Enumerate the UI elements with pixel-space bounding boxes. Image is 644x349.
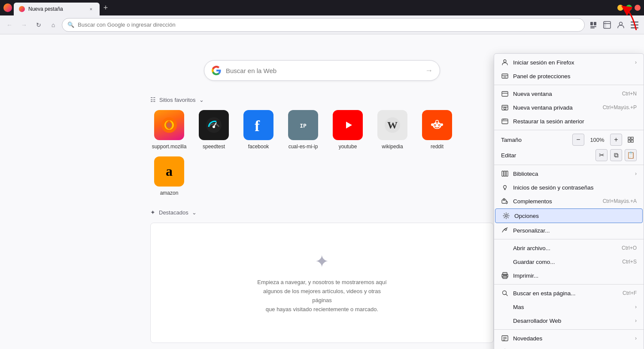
menu-divider-6: [494, 329, 644, 330]
menu-item-private-window[interactable]: Nueva ventana privada Ctrl+Mayús.+P: [494, 101, 644, 114]
menu-item-restore-session[interactable]: Restaurar la sesión anterior: [494, 114, 644, 128]
zoom-increase-button[interactable]: +: [610, 134, 622, 146]
zoom-value-display: 100%: [587, 137, 608, 143]
menu-item-protection[interactable]: Panel de protecciones: [494, 69, 644, 83]
browser-tab[interactable]: Nueva pestaña ×: [14, 3, 100, 15]
cut-button[interactable]: ✂: [595, 149, 608, 161]
menu-item-print[interactable]: Imprimir...: [494, 269, 644, 282]
menu-save-as-label: Guardar como...: [513, 259, 618, 265]
new-tab-button[interactable]: +: [100, 2, 112, 14]
destacados-arrow-icon: ⌄: [192, 209, 197, 216]
find-icon: [501, 289, 509, 297]
menu-print-label: Imprimir...: [513, 272, 637, 279]
menu-item-customize[interactable]: Personalizar...: [494, 223, 644, 237]
home-button[interactable]: ⌂: [47, 19, 59, 31]
page-search-box[interactable]: →: [204, 60, 440, 81]
edit-label: Editar: [501, 152, 595, 159]
menu-item-logins[interactable]: Inicios de sesión y contraseñas: [494, 181, 644, 194]
amazon-shortcut-icon: a: [160, 162, 179, 181]
destacados-empty-box: ✦ Empieza a navegar, y nosotros te mostr…: [150, 223, 494, 343]
svg-text:f: f: [255, 117, 260, 135]
private-window-icon: [501, 104, 509, 111]
svg-point-59: [505, 229, 507, 230]
svg-rect-3: [590, 28, 595, 28]
forward-button[interactable]: →: [18, 19, 30, 31]
address-search-icon: 🔍: [67, 21, 74, 28]
svg-point-34: [440, 123, 443, 126]
menu-more-label: Mas: [513, 304, 629, 310]
menu-item-more[interactable]: Mas ›: [494, 300, 644, 314]
account-button[interactable]: [615, 19, 627, 31]
tab-title: Nueva pestaña: [28, 6, 84, 12]
address-input[interactable]: [78, 21, 579, 28]
page-search-container: →: [204, 60, 440, 81]
addons-icon: [501, 197, 509, 205]
favorites-header[interactable]: ☷ Sitios favoritos ⌄: [150, 96, 494, 103]
facebook-shortcut-icon: f: [249, 116, 268, 135]
zoom-fullscreen-button[interactable]: [625, 134, 637, 146]
bookmarks-toolbar-button[interactable]: [587, 19, 599, 31]
destacados-empty-text: Empieza a navegar, y nosotros te mostrar…: [253, 278, 391, 314]
favorites-grid-icon: ☷: [150, 96, 156, 103]
menu-signin-label: Iniciar sesión en Firefox: [513, 59, 629, 66]
menu-divider-3: [494, 165, 644, 165]
shortcut-item-amazon[interactable]: a amazon: [150, 156, 188, 196]
menu-item-find[interactable]: Buscar en esta página... Ctrl+F: [494, 286, 644, 300]
menu-item-help[interactable]: ? Ayuda ›: [494, 345, 644, 349]
menu-item-open-file[interactable]: Abrir archivo... Ctrl+O: [494, 241, 644, 255]
restore-session-icon: [501, 117, 509, 125]
menu-divider-4: [494, 239, 644, 239]
svg-text:IP: IP: [300, 122, 307, 129]
shortcut-item-ip[interactable]: IP cual-es-mi-ip: [284, 110, 322, 150]
reddit-shortcut-icon: [428, 116, 447, 135]
shortcut-item-speedtest[interactable]: speedtest: [195, 110, 233, 150]
menu-customize-label: Personalizar...: [513, 227, 637, 234]
refresh-button[interactable]: ↻: [33, 19, 45, 31]
paste-button[interactable]: 📋: [625, 149, 637, 161]
tabs-sidebar-button[interactable]: [601, 19, 613, 31]
back-button[interactable]: ←: [3, 19, 15, 31]
shortcut-item-youtube[interactable]: youtube: [329, 110, 367, 150]
copy-button[interactable]: ⧉: [610, 149, 622, 161]
menu-item-addons[interactable]: Complementos Ctrl+Mayús.+A: [494, 194, 644, 208]
svg-text:W: W: [387, 119, 398, 131]
svg-point-31: [436, 121, 438, 123]
window-controls: [617, 5, 641, 11]
zoom-decrease-button[interactable]: −: [572, 134, 584, 146]
maximize-button[interactable]: [626, 5, 632, 11]
search-submit-icon[interactable]: →: [425, 66, 433, 75]
menu-item-save-as[interactable]: Guardar como... Ctrl+S: [494, 255, 644, 269]
svg-rect-2: [590, 26, 596, 27]
shortcut-item-reddit[interactable]: reddit: [418, 110, 456, 150]
shortcut-label-youtube: youtube: [339, 144, 357, 150]
hamburger-menu-button[interactable]: [629, 19, 641, 31]
menu-addons-shortcut: Ctrl+Mayús.+A: [603, 198, 637, 204]
shortcut-item-facebook[interactable]: f facebook: [240, 110, 277, 150]
menu-find-label: Buscar en esta página...: [513, 290, 618, 297]
menu-item-developer[interactable]: Desarrollador Web ›: [494, 314, 644, 328]
menu-item-options[interactable]: Opciones: [495, 208, 643, 223]
shortcut-item-wikipedia[interactable]: W wikipedia: [374, 110, 411, 150]
hamburger-dropdown-menu: Iniciar sesión en Firefox › Panel de pro…: [494, 53, 644, 349]
close-button[interactable]: [635, 5, 641, 11]
customize-icon: [501, 227, 509, 234]
destacados-header[interactable]: ✦ Destacados ⌄: [150, 209, 494, 216]
shortcut-item-firefox[interactable]: support.mozilla: [150, 110, 188, 150]
google-logo-icon: [211, 65, 222, 76]
address-bar[interactable]: 🔍: [62, 18, 585, 32]
page-search-input[interactable]: [226, 67, 421, 74]
menu-addons-label: Complementos: [513, 198, 598, 205]
menu-item-new-window[interactable]: Nueva ventana Ctrl+N: [494, 87, 644, 101]
menu-item-library[interactable]: Biblioteca ›: [494, 167, 644, 181]
menu-item-news[interactable]: Novedades ›: [494, 331, 644, 345]
destacados-section: ✦ Destacados ⌄ ✦ Empieza a navegar, y no…: [150, 209, 494, 343]
menu-item-signin[interactable]: Iniciar sesión en Firefox ›: [494, 55, 644, 69]
nav-bar: ← → ↻ ⌂ 🔍: [0, 15, 644, 34]
shortcut-label-facebook: facebook: [248, 144, 269, 150]
svg-rect-8: [631, 21, 638, 23]
menu-restore-session-label: Restaurar la sesión anterior: [513, 118, 637, 125]
minimize-button[interactable]: [617, 5, 623, 11]
tab-close-button[interactable]: ×: [88, 6, 94, 12]
svg-rect-1: [594, 22, 596, 25]
youtube-shortcut-icon: [338, 116, 357, 135]
